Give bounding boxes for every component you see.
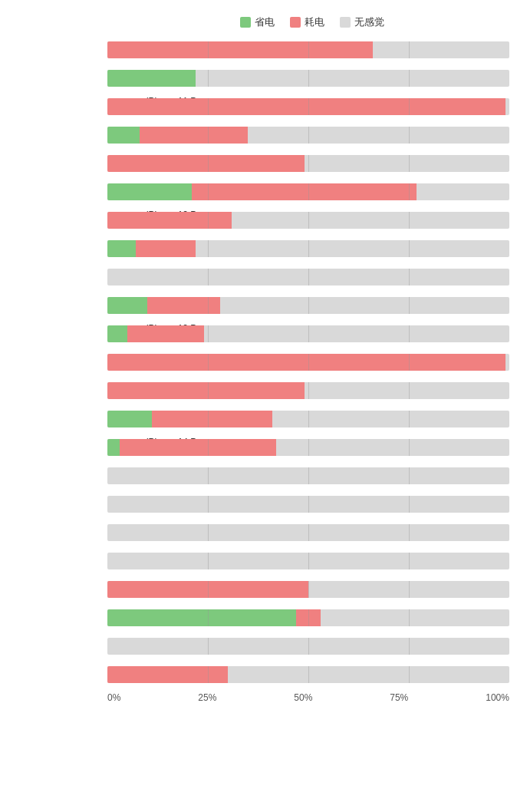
bar-track: [107, 411, 509, 427]
bar-track: [107, 41, 509, 58]
bar-track: [107, 553, 509, 569]
bar-track: [107, 609, 509, 626]
bar-row: iPhone 13: [107, 236, 509, 262]
legend-label: 省电: [255, 15, 275, 29]
x-axis-label: 25%: [198, 692, 216, 703]
bar-row: iPhone 14 Plus: [107, 378, 509, 404]
x-axis-label: 0%: [107, 692, 120, 703]
bar-row: iPhone XS Max: [107, 662, 509, 688]
bar-segment-green: [107, 240, 136, 257]
bar-row: iPhone 12: [107, 122, 509, 148]
legend-color-swatch: [240, 17, 251, 28]
bar-segment-red: [147, 297, 219, 314]
bar-segment-red: [192, 183, 417, 200]
bar-row: iPhone 11 ProMax: [107, 94, 509, 120]
x-axis-label: 75%: [390, 692, 408, 703]
bar-track: [107, 240, 509, 257]
bar-track: [107, 212, 509, 229]
chart-container: 省电耗电无感觉 iPhone 11iPhone 11 ProiPhone 11 …: [0, 8, 517, 726]
x-axis-label: 100%: [486, 692, 509, 703]
legend-item: 耗电: [290, 15, 324, 29]
bar-segment-green: [107, 411, 152, 427]
bar-row: iPhone XS: [107, 633, 509, 659]
bar-row: iPhone 12 ProMax: [107, 207, 509, 233]
bar-segment-green: [107, 70, 196, 87]
bar-track: [107, 98, 509, 115]
bar-row: iPhone 14: [107, 349, 509, 375]
bar-segment-green: [107, 325, 127, 342]
bar-row: iPhone 12 mini: [107, 150, 509, 177]
bar-row: iPhone 11: [107, 37, 509, 63]
bar-track: [107, 269, 509, 286]
bar-track: [107, 524, 509, 541]
legend-label: 耗电: [305, 15, 324, 29]
bar-segment-green: [107, 609, 296, 626]
bar-segment-red: [127, 325, 204, 342]
x-axis-label: 50%: [294, 692, 312, 703]
legend-color-swatch: [340, 17, 351, 28]
bar-segment-red: [140, 127, 248, 144]
bar-track: [107, 127, 509, 144]
bar-row: iPhone XR: [107, 605, 509, 631]
bar-track: [107, 496, 509, 513]
bar-row: iPhone 13 ProMax: [107, 321, 509, 347]
bar-row: iPhone SE 第2代: [107, 520, 509, 546]
bar-row: iPhone X: [107, 576, 509, 602]
bar-row: iPhone 14 ProMax: [107, 434, 509, 460]
bar-track: [107, 467, 509, 484]
bar-track: [107, 581, 509, 598]
bar-segment-green: [107, 183, 192, 200]
bar-track: [107, 70, 509, 87]
bar-segment-red: [107, 98, 505, 115]
x-axis: 0%25%50%75%100%: [0, 692, 517, 703]
chart-area: iPhone 11iPhone 11 ProiPhone 11 ProMaxiP…: [0, 37, 517, 688]
bar-row: iPhone 11 Pro: [107, 65, 509, 91]
bar-track: [107, 439, 509, 456]
bar-segment-red: [107, 155, 305, 172]
bar-track: [107, 297, 509, 314]
legend-item: 省电: [240, 15, 275, 29]
bar-row: iPhone 8: [107, 463, 509, 489]
bar-segment-red: [120, 439, 276, 456]
bar-row: iPhone 8 Plus: [107, 491, 509, 517]
bar-track: [107, 638, 509, 655]
bar-track: [107, 354, 509, 371]
bar-segment-red: [107, 41, 373, 58]
bar-track: [107, 325, 509, 342]
bar-track: [107, 155, 509, 172]
bar-segment-red: [107, 666, 228, 683]
bar-segment-green: [107, 439, 120, 456]
bar-segment-red: [107, 354, 505, 371]
legend-label: 无感觉: [354, 15, 384, 29]
bar-track: [107, 183, 509, 200]
bar-track: [107, 382, 509, 399]
bar-row: iPhone SE 第3代: [107, 548, 509, 574]
bar-row: iPhone 13 mini: [107, 264, 509, 290]
bar-row: iPhone 14 Pro: [107, 406, 509, 432]
legend-color-swatch: [290, 17, 301, 28]
bar-row: iPhone 12 Pro: [107, 179, 509, 205]
bar-segment-red: [136, 240, 196, 257]
legend-item: 无感觉: [340, 15, 384, 29]
bar-segment-red: [107, 382, 305, 399]
bar-segment-red: [107, 212, 232, 229]
bar-track: [107, 666, 509, 683]
bar-segment-green: [107, 297, 147, 314]
bar-row: iPhone 13 Pro: [107, 292, 509, 319]
legend: 省电耗电无感觉: [0, 15, 517, 29]
bar-segment-green: [107, 127, 140, 144]
bar-segment-red: [152, 411, 272, 427]
